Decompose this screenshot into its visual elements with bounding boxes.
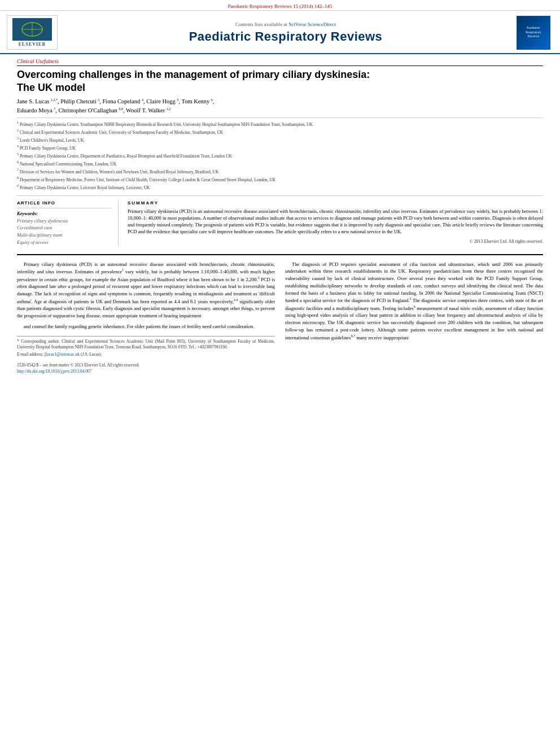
section-tag: Clinical Usefulness xyxy=(17,59,543,66)
two-col-section: ARTICLE INFO Keywords: Primary ciliary d… xyxy=(17,195,543,246)
affiliation-6: 6 National Specialised Commissioning Tea… xyxy=(17,160,543,167)
journal-title-main: Paediatric Respiratory Reviews xyxy=(189,29,383,44)
body-section: Primary ciliary dyskinesia (PCD) is an a… xyxy=(17,254,543,375)
affiliations: 1 Primary Ciliary Dyskinesia Centre, Sou… xyxy=(17,117,543,191)
journal-logo-right: PaediatricRespiratoryReviews xyxy=(514,15,553,50)
doi-line: http://dx.doi.org/10.1016/j.prrv.2013.04… xyxy=(17,368,275,374)
elsevier-logo-graphic xyxy=(12,18,52,41)
journal-logo-box: PaediatricRespiratoryReviews xyxy=(517,16,550,50)
footnote-section: * Corresponding author. Clinical and Exp… xyxy=(17,336,275,358)
keyword-4: Equity of access xyxy=(17,239,111,246)
doi-link[interactable]: http://dx.doi.org/10.1016/j.prrv.2013.04… xyxy=(17,369,92,374)
elsevier-logo: ELSEVIER xyxy=(7,15,58,50)
affiliation-7: 7 Division of Services for Women and Chi… xyxy=(17,168,543,175)
article-title: Overcoming challenges in the management … xyxy=(17,68,543,94)
summary-header: SUMMARY xyxy=(128,200,543,206)
keyword-2: Co-ordinated care xyxy=(17,224,111,231)
body-para-1: Primary ciliary dyskinesia (PCD) is an a… xyxy=(17,261,275,320)
copyright-line: © 2013 Elsevier Ltd. All rights reserved… xyxy=(128,239,543,244)
journal-header-bar: Paediatric Respiratory Reviews 15 (2014)… xyxy=(0,0,560,11)
body-para-2: and counsel the family regarding genetic… xyxy=(17,323,275,330)
issn-line: 1526-0542/$ – see front matter © 2013 El… xyxy=(17,362,275,368)
affiliation-1: 1 Primary Ciliary Dyskinesia Centre, Sou… xyxy=(17,120,543,128)
summary-col: SUMMARY Primary ciliary dyskinesia (PCD)… xyxy=(128,200,543,246)
affiliation-8: 8 Department of Respiratory Medicine, Po… xyxy=(17,176,543,183)
keyword-3: Multi-disciplinary team xyxy=(17,231,111,239)
affiliation-3: 3 Leeds Children's Hospital, Leeds, UK xyxy=(17,136,543,143)
page-wrapper: Paediatric Respiratory Reviews 15 (2014)… xyxy=(0,0,560,381)
sciverse-line: Contents lists available at SciVerse Sci… xyxy=(235,21,336,27)
affiliation-4: 4 PCD Family Support Group, UK xyxy=(17,144,543,151)
email-link[interactable]: jlucas1@soton.ac.uk xyxy=(45,352,80,357)
body-col-right: The diagnosis of PCD requires specialist… xyxy=(285,261,543,375)
footnote-email: E-mail address: jlucas1@soton.ac.uk (J.S… xyxy=(17,352,275,358)
content-area: Clinical Usefulness Overcoming challenge… xyxy=(0,54,560,381)
authors-line: Jane S. Lucas 1,2,*, Philip Chetcuti 3, … xyxy=(17,97,543,115)
sciverse-link[interactable]: SciVerse ScienceDirect xyxy=(288,21,336,27)
affiliation-2: 2 Clinical and Experimental Sciences Aca… xyxy=(17,128,543,136)
journal-title-center: Contents lists available at SciVerse Sci… xyxy=(64,15,507,50)
body-para-right-1: The diagnosis of PCD requires specialist… xyxy=(285,261,543,342)
footnote-corresponding: * Corresponding author. Clinical and Exp… xyxy=(17,339,275,351)
keywords-label: Keywords: xyxy=(17,211,111,216)
affiliation-5: 5 Primary Ciliary Dyskinesia Centre, Dep… xyxy=(17,152,543,159)
elsevier-text-label: ELSEVIER xyxy=(19,42,46,47)
issn-section: 1526-0542/$ – see front matter © 2013 El… xyxy=(17,362,275,375)
summary-text: Primary ciliary dyskinesia (PCD) is an a… xyxy=(128,208,543,235)
journal-citation: Paediatric Respiratory Reviews 15 (2014)… xyxy=(228,3,333,9)
affiliation-9: 9 Primary Ciliary Dyskinesia Centre, Lei… xyxy=(17,184,543,191)
article-info-header: ARTICLE INFO xyxy=(17,200,111,206)
body-col-left: Primary ciliary dyskinesia (PCD) is an a… xyxy=(17,261,275,375)
article-info-col: ARTICLE INFO Keywords: Primary ciliary d… xyxy=(17,200,119,246)
keyword-1: Primary ciliary dyskinesia xyxy=(17,217,111,225)
main-header: ELSEVIER Contents lists available at Sci… xyxy=(0,11,560,54)
